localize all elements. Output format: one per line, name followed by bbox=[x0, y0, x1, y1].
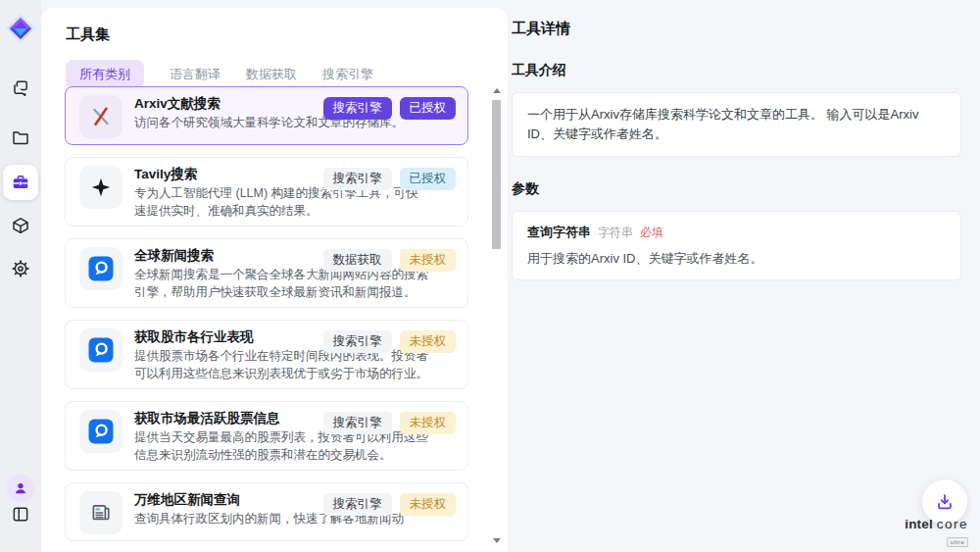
scroll-thumb[interactable] bbox=[492, 100, 501, 249]
param-description: 用于搜索的Arxiv ID、关键字或作者姓名。 bbox=[527, 250, 946, 268]
sidebar-item-account[interactable] bbox=[7, 475, 34, 502]
auth-status-chip[interactable]: 未授权 bbox=[400, 249, 457, 272]
brand-ultra-badge: ultra bbox=[947, 537, 968, 547]
columns-icon bbox=[12, 505, 30, 524]
sidebar-item-models[interactable] bbox=[11, 216, 30, 235]
scroll-up-arrow[interactable] bbox=[493, 88, 501, 93]
tavily-icon bbox=[89, 176, 113, 199]
tool-badges: 搜索引擎 未授权 bbox=[323, 412, 457, 434]
category-chip: 搜索引擎 bbox=[323, 493, 392, 516]
category-chip: 搜索引擎 bbox=[323, 412, 392, 434]
toolset-panel: 工具集 所有类别语言翻译数据获取搜索引擎 Arxiv文献搜索 访问各个研究领域大… bbox=[41, 8, 508, 552]
tool-icon-tile bbox=[79, 410, 122, 453]
category-chip: 搜索引擎 bbox=[323, 330, 392, 353]
user-icon bbox=[13, 480, 28, 496]
brand-intel: intel bbox=[905, 517, 933, 531]
tab-语言翻译[interactable]: 语言翻译 bbox=[170, 60, 220, 89]
news-icon bbox=[89, 501, 113, 525]
category-chip: 搜索引擎 bbox=[323, 168, 392, 190]
tool-badges: 数据获取 未授权 bbox=[323, 249, 457, 272]
auth-status-chip[interactable]: 未授权 bbox=[400, 412, 457, 434]
category-chip: 搜索引擎 bbox=[323, 97, 392, 120]
scrollbar[interactable] bbox=[491, 86, 503, 545]
juhe-icon bbox=[87, 418, 115, 445]
intro-heading: 工具介绍 bbox=[512, 62, 961, 79]
app-logo bbox=[2, 10, 39, 47]
intel-core-logo: intel core ultra bbox=[905, 516, 968, 547]
chat-icon bbox=[11, 78, 30, 98]
juhe-icon bbox=[87, 336, 115, 364]
diamond-logo-icon bbox=[4, 12, 37, 45]
sidebar-item-collapse[interactable] bbox=[12, 505, 30, 524]
tool-card[interactable]: 获取市场最活跃股票信息 提供当天交易量最高的股票列表，投资者可以利用这些信息来识… bbox=[65, 401, 468, 471]
tool-badges: 搜索引擎 已授权 bbox=[323, 168, 457, 190]
tool-icon-tile bbox=[79, 95, 122, 138]
tool-badges: 搜索引擎 未授权 bbox=[323, 493, 457, 516]
tool-icon-tile bbox=[79, 328, 122, 372]
toolset-title: 工具集 bbox=[66, 25, 508, 44]
tool-details-panel: 工具详情 工具介绍 一个用于从Arxiv存储库搜索科学论文和文章的工具。 输入可… bbox=[504, 0, 980, 552]
param-card: 查询字符串 字符串 必填 用于搜索的Arxiv ID、关键字或作者姓名。 bbox=[512, 211, 961, 280]
sidebar-item-settings[interactable] bbox=[11, 259, 30, 278]
auth-status-chip[interactable]: 未授权 bbox=[400, 493, 457, 516]
param-required-label: 必填 bbox=[640, 225, 663, 241]
tab-所有类别[interactable]: 所有类别 bbox=[66, 60, 144, 89]
tool-card[interactable]: Tavily搜索 专为人工智能代理 (LLM) 构建的搜索引擎工具，可快速提供实… bbox=[65, 157, 468, 226]
cube-icon bbox=[11, 216, 30, 235]
scroll-down-arrow[interactable] bbox=[493, 538, 501, 543]
sidebar-item-chat[interactable] bbox=[11, 78, 30, 98]
tool-icon-tile bbox=[79, 166, 122, 209]
param-name: 查询字符串 bbox=[527, 224, 591, 241]
brand-core: core bbox=[937, 517, 968, 531]
tool-badges: 搜索引擎 未授权 bbox=[323, 330, 457, 353]
tool-badges: 搜索引擎 已授权 bbox=[323, 97, 457, 120]
tool-icon-tile bbox=[79, 247, 122, 290]
tool-card[interactable]: 全球新闻搜索 全球新闻搜索是一个聚合全球各大新闻网站内容的搜索引擎，帮助用户快速… bbox=[65, 238, 468, 308]
gear-icon bbox=[11, 259, 30, 278]
tool-card[interactable]: 获取股市各行业表现 提供股票市场各个行业在特定时间段内的表现。投资者可以利用这些… bbox=[65, 320, 468, 389]
category-tabs: 所有类别语言翻译数据获取搜索引擎 bbox=[66, 60, 508, 89]
download-icon bbox=[934, 491, 956, 513]
details-title: 工具详情 bbox=[512, 20, 961, 38]
arxiv-icon bbox=[89, 105, 113, 128]
toolbox-icon bbox=[11, 173, 30, 192]
auth-status-chip[interactable]: 已授权 bbox=[400, 168, 457, 190]
icon-rail bbox=[0, 0, 41, 552]
tool-card[interactable]: 万维地区新闻查询 查询具体行政区划内的新闻，快速了解各地新闻动 搜索引擎 未授权 bbox=[65, 482, 468, 541]
folder-icon bbox=[11, 127, 30, 147]
tool-list: Arxiv文献搜索 访问各个研究领域大量科学论文和文章的存储库。 搜索引擎 已授… bbox=[65, 86, 468, 541]
tool-card[interactable]: Arxiv文献搜索 访问各个研究领域大量科学论文和文章的存储库。 搜索引擎 已授… bbox=[65, 86, 468, 145]
sidebar-item-tools-active[interactable] bbox=[3, 165, 38, 200]
auth-status-chip[interactable]: 已授权 bbox=[400, 97, 457, 120]
sidebar-item-files[interactable] bbox=[11, 127, 30, 147]
juhe-icon bbox=[87, 255, 115, 282]
tool-icon-tile bbox=[79, 491, 122, 534]
params-heading: 参数 bbox=[512, 180, 961, 198]
category-chip: 数据获取 bbox=[323, 249, 392, 272]
intro-card: 一个用于从Arxiv存储库搜索科学论文和文章的工具。 输入可以是Arxiv ID… bbox=[512, 92, 961, 157]
tab-搜索引擎[interactable]: 搜索引擎 bbox=[322, 60, 373, 89]
tab-数据获取[interactable]: 数据获取 bbox=[246, 60, 297, 89]
param-type: 字符串 bbox=[598, 225, 633, 241]
auth-status-chip[interactable]: 未授权 bbox=[400, 330, 457, 353]
